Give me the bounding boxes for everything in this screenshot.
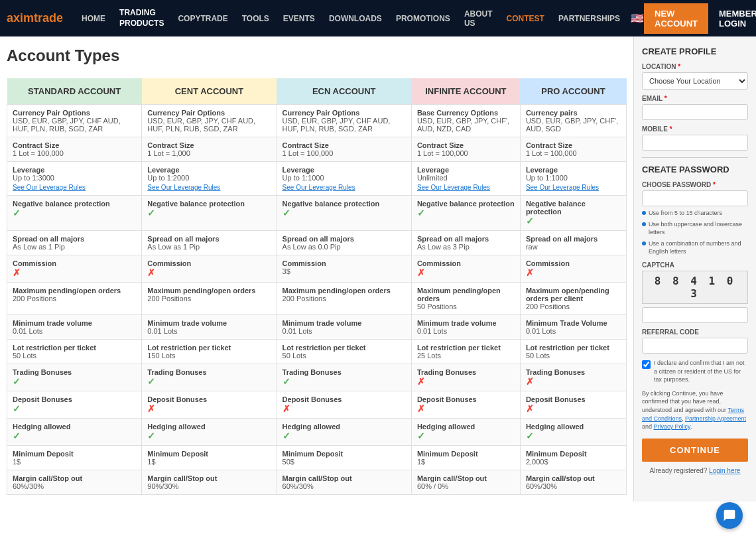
table-row: Margin call/Stop out60%/30% [7, 470, 142, 495]
table-row: LeverageUp to 1:1000See Our Leverage Rul… [277, 162, 411, 196]
cell-label: Lot restriction per ticket [417, 344, 515, 352]
cell-label: Commission [417, 259, 515, 267]
cell-value: As Low as 0.0 Pip [283, 243, 406, 251]
cell-value: 3$ [283, 267, 406, 275]
chat-bubble[interactable] [716, 502, 743, 529]
nav-copytrade[interactable]: COPYTRADE [172, 11, 233, 27]
member-login-button[interactable]: MEMBER LOGIN [708, 3, 756, 34]
nav-promotions[interactable]: PROMOTIONS [391, 11, 456, 27]
table-row: Trading Bonuses✓ [142, 364, 277, 391]
table-row: Minimum trade volume0.01 Lots [411, 315, 520, 340]
cell-value: 200 Positions [526, 303, 621, 310]
continue-button[interactable]: CONTINUE [642, 439, 748, 462]
nav-partnerships[interactable]: PARTNERSHIPS [553, 11, 625, 27]
table-row: Hedging allowed✓ [142, 419, 277, 446]
cell-label: Leverage [13, 166, 136, 174]
cell-value: ✓ [13, 403, 136, 414]
cross-icon: ✗ [417, 376, 425, 387]
cell-label: Minimum Deposit [283, 450, 406, 458]
leverage-rules-link[interactable]: See Our Leverage Rules [283, 184, 406, 191]
location-select[interactable]: Choose Your Location [642, 72, 748, 90]
table-row: Minimum Deposit1$ [142, 446, 277, 470]
cell-value: ✓ [147, 208, 271, 218]
new-account-button[interactable]: NEW ACCOUNT [644, 3, 708, 34]
captcha-input[interactable] [642, 307, 748, 323]
password-hint-3: Use a combination of numbers and English… [642, 239, 748, 256]
mobile-label: MOBILE * [642, 125, 748, 133]
cell-label: Contract Size [13, 141, 136, 149]
table-row: Minimum Deposit2,000$ [520, 446, 626, 470]
cell-label: Minimum trade volume [13, 319, 136, 327]
leverage-rules-link[interactable]: See Our Leverage Rules [417, 184, 515, 191]
cell-label: Contract Size [147, 141, 271, 149]
nav-downloads[interactable]: DOWNLOADS [324, 11, 387, 27]
cell-value: ✓ [283, 208, 406, 218]
form-create-profile-title: CREATE PROFILE [642, 46, 748, 56]
nav-trading-products[interactable]: TRADING PRODUCTS [114, 5, 169, 32]
cross-icon: ✗ [147, 267, 155, 278]
table-row: Negative balance protection✓ [411, 196, 520, 231]
cell-label: Hedging allowed [417, 423, 515, 431]
form-divider [642, 157, 748, 158]
cell-label: Leverage [147, 166, 271, 174]
cell-label: Contract Size [417, 141, 515, 149]
nav-events[interactable]: EVENTS [278, 11, 320, 27]
leverage-rules-link[interactable]: See Our Leverage Rules [526, 184, 621, 191]
cell-value: ✓ [283, 376, 406, 387]
table-row: Contract Size1 Lot = 100,000 [7, 137, 142, 162]
table-row: Hedging allowed✓ [520, 419, 626, 446]
mobile-input[interactable] [642, 135, 748, 151]
table-row: Lot restriction per ticket150 Lots [142, 340, 277, 364]
cell-value: 60% / 0% [417, 482, 515, 490]
nav-home[interactable]: HOME [76, 11, 111, 27]
cell-label: Margin call/Stop out [147, 474, 271, 482]
cell-value: 0.01 Lots [13, 327, 136, 335]
password-input[interactable] [642, 190, 748, 206]
table-row: Lot restriction per ticket50 Lots [277, 340, 411, 364]
check-icon: ✓ [526, 216, 534, 226]
table-row: Deposit Bonuses✓ [7, 391, 142, 419]
cell-value: ✗ [526, 403, 621, 414]
cell-value: ✓ [147, 376, 271, 387]
cell-label: Minimum Trade Volume [526, 319, 621, 327]
cell-value: Unlimited [417, 174, 515, 182]
cell-label: Deposit Bonuses [526, 395, 621, 403]
password-hint-1: Use from 5 to 15 characters [642, 209, 748, 218]
logo-text: axim [7, 11, 34, 25]
language-flag[interactable]: 🇺🇸 [631, 12, 644, 25]
table-row: Maximum pending/open orders200 Positions [277, 283, 411, 315]
cell-label: Negative balance protection [147, 200, 271, 208]
referral-code-input[interactable] [642, 338, 748, 354]
cell-label: Minimum trade volume [147, 319, 271, 327]
leverage-rules-link[interactable]: See Our Leverage Rules [147, 184, 271, 191]
cell-value: ✓ [147, 431, 271, 441]
cell-value: 200 Positions [147, 295, 271, 303]
logo[interactable]: aximtrade [7, 11, 63, 25]
check-icon: ✓ [417, 208, 425, 218]
table-row: Contract Size1 Lot = 1,000 [142, 137, 277, 162]
nav-contest[interactable]: CONTEST [501, 11, 550, 27]
cell-label: Minimum Deposit [526, 450, 621, 458]
nav-tools[interactable]: TOOLS [237, 11, 275, 27]
cell-value: ✓ [417, 431, 515, 441]
leverage-rules-link[interactable]: See Our Leverage Rules [13, 184, 136, 191]
partnership-link[interactable]: Partnership Agreement [685, 415, 746, 422]
nav-about-us[interactable]: ABOUT US [459, 6, 498, 31]
cell-label: Leverage [417, 166, 515, 174]
cell-label: Commission [283, 259, 406, 267]
cell-label: Spread on all majors [13, 235, 136, 243]
cell-value: 50 Lots [283, 352, 406, 360]
check-icon: ✓ [526, 431, 534, 441]
cell-label: Contract Size [526, 141, 621, 149]
privacy-link[interactable]: Privacy Policy [654, 423, 690, 430]
cell-label: Trading Bonuses [147, 368, 271, 376]
login-here-link[interactable]: Login here [709, 467, 740, 474]
email-input[interactable] [642, 104, 748, 120]
cell-value: ✗ [417, 403, 515, 414]
table-row: Spread on all majorsAs Low as 3 Pip [411, 231, 520, 255]
cell-label: Deposit Bonuses [417, 395, 515, 403]
tax-checkbox[interactable] [642, 360, 651, 369]
cell-label: Spread on all majors [283, 235, 406, 243]
check-icon: ✓ [147, 376, 155, 387]
cell-label: Leverage [283, 166, 406, 174]
